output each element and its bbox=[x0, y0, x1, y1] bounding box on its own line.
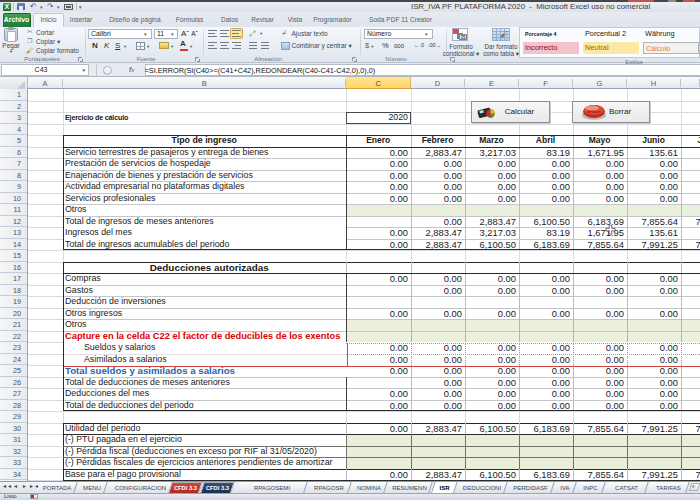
svg-text:deshacer: deshacer bbox=[587, 110, 601, 114]
